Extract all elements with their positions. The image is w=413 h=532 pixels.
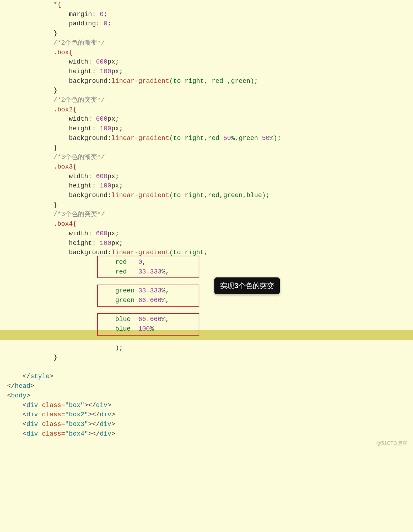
highlight-box-red-3 — [97, 313, 199, 336]
highlight-box-red-2 — [97, 285, 199, 307]
highlight-box-red-1 — [97, 256, 199, 278]
code-block: *{ margin: 0; padding: 0; } /*2个色的渐变*/ .… — [0, 0, 413, 453]
annotation-callout: 实现3个色的突变 — [214, 277, 280, 294]
code-text: *{ margin: 0; padding: 0; } /*2个色的渐变*/ .… — [0, 0, 413, 438]
watermark: @51CTO博客 — [376, 438, 407, 448]
